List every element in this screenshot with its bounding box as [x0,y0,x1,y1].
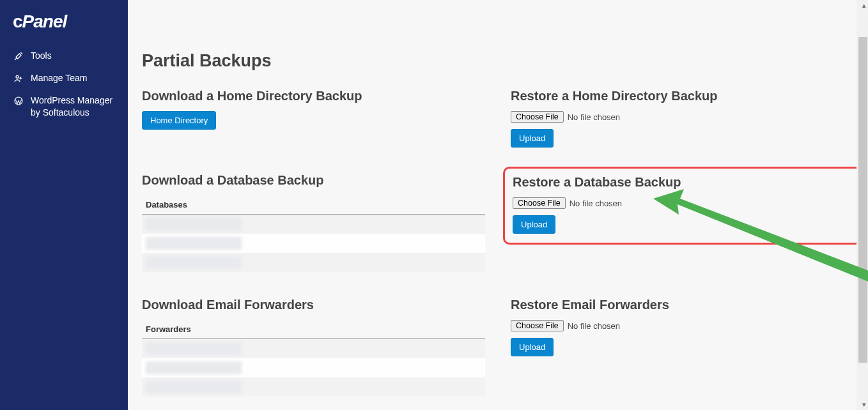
main-content: Partial Backups Download a Home Director… [128,0,868,410]
table-row[interactable] [142,234,485,253]
svg-point-0 [16,75,19,78]
table-row[interactable] [142,253,485,272]
tools-icon [13,50,24,62]
scrollbar[interactable]: ▴ ▾ [856,0,868,410]
download-db-heading: Download a Database Backup [142,173,485,188]
sidebar-item-label: Manage Team [31,72,87,84]
choose-file-home-button[interactable]: Choose File [511,111,564,123]
sidebar-item-label: Tools [31,50,52,62]
databases-table: Databases [142,195,485,272]
table-row[interactable] [142,215,485,234]
no-file-text: No file chosen [568,112,620,122]
team-icon [13,73,24,84]
download-home-heading: Download a Home Directory Backup [142,89,485,103]
upload-fwd-button[interactable]: Upload [511,338,554,356]
table-row[interactable] [142,377,485,397]
page-title: Partial Backups [142,51,854,71]
restore-home-heading: Restore a Home Directory Backup [511,89,854,103]
scrollbar-thumb[interactable] [858,37,867,363]
scroll-up-icon[interactable]: ▴ [862,1,866,10]
scroll-down-icon[interactable]: ▾ [862,400,866,409]
table-row[interactable] [142,339,485,358]
wordpress-icon [13,95,24,107]
restore-fwd-heading: Restore Email Forwarders [511,298,854,312]
sidebar: cPanel Tools Manage Team WordPress Manag… [0,0,128,410]
upload-home-button[interactable]: Upload [511,129,554,148]
table-row[interactable] [142,358,485,377]
choose-file-fwd-button[interactable]: Choose File [511,320,564,331]
choose-file-db-button[interactable]: Choose File [513,197,566,209]
brand-logo: cPanel [0,11,128,45]
no-file-text: No file chosen [568,321,620,331]
restore-db-heading: Restore a Database Backup [513,175,852,190]
upload-db-button[interactable]: Upload [513,215,555,234]
forwarders-table: Forwarders [142,320,485,397]
sidebar-item-label: WordPress Manager by Softaculous [31,95,115,119]
no-file-text: No file chosen [570,199,622,208]
sidebar-item-tools[interactable]: Tools [0,45,128,67]
sidebar-item-manage-team[interactable]: Manage Team [0,67,128,89]
home-directory-button[interactable]: Home Directory [142,111,216,130]
databases-table-header: Databases [142,195,485,215]
restore-db-highlight: Restore a Database Backup Choose File No… [503,167,862,245]
forwarders-table-header: Forwarders [142,320,485,339]
download-fwd-heading: Download Email Forwarders [142,298,485,312]
sidebar-item-wordpress-manager[interactable]: WordPress Manager by Softaculous [0,89,128,124]
